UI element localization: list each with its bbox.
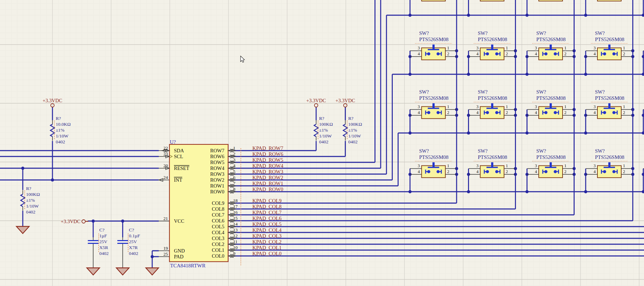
- svg-text:SCL: SCL: [174, 154, 183, 159]
- svg-text:GND: GND: [174, 248, 185, 254]
- svg-text:KPAD_ROW3: KPAD_ROW3: [252, 169, 283, 174]
- svg-text:KPAD_COL7: KPAD_COL7: [252, 210, 282, 215]
- svg-text:KPAD_ROW2: KPAD_ROW2: [252, 175, 283, 180]
- svg-text:22: 22: [164, 145, 168, 151]
- svg-text:17: 17: [233, 204, 238, 209]
- svg-text:15: 15: [233, 216, 238, 221]
- svg-text:VCC: VCC: [174, 218, 184, 224]
- svg-text:12: 12: [233, 233, 238, 238]
- svg-text:ROW0: ROW0: [210, 189, 224, 194]
- svg-text:TCA8418RTWR: TCA8418RTWR: [170, 263, 205, 268]
- svg-text:COL7: COL7: [212, 212, 224, 218]
- svg-text:0402: 0402: [129, 251, 138, 256]
- svg-text:16: 16: [233, 210, 238, 215]
- svg-text:24: 24: [164, 175, 168, 180]
- svg-text:KPAD_ROW6: KPAD_ROW6: [252, 151, 283, 157]
- svg-text:100KΩ: 100KΩ: [348, 122, 362, 127]
- svg-text:1: 1: [233, 145, 236, 151]
- svg-text:100KΩ: 100KΩ: [319, 122, 333, 127]
- svg-text:7: 7: [233, 181, 236, 186]
- svg-text:0402: 0402: [99, 251, 109, 256]
- svg-text:100KΩ: 100KΩ: [26, 192, 40, 197]
- svg-text:21: 21: [164, 216, 168, 221]
- svg-text:25: 25: [164, 251, 168, 257]
- svg-text:ROW2: ROW2: [210, 177, 224, 183]
- svg-text:X7R: X7R: [129, 245, 138, 250]
- svg-text:COL4: COL4: [212, 230, 225, 235]
- svg-text:KPAD_COL1: KPAD_COL1: [252, 245, 281, 250]
- svg-text:R?: R?: [56, 116, 61, 121]
- svg-text:+3.3VDC: +3.3VDC: [43, 98, 62, 103]
- svg-text:0402: 0402: [319, 139, 329, 144]
- svg-text:U?: U?: [170, 139, 176, 145]
- svg-text:±1%: ±1%: [56, 127, 64, 133]
- svg-text:ROW3: ROW3: [210, 171, 224, 177]
- svg-text:+3.3VDC: +3.3VDC: [306, 98, 326, 103]
- svg-text:1µF: 1µF: [99, 233, 107, 238]
- svg-text:ROW7: ROW7: [210, 148, 224, 153]
- svg-text:10.0KΩ: 10.0KΩ: [56, 122, 70, 127]
- svg-text:R?: R?: [348, 116, 353, 121]
- svg-text:INT: INT: [174, 177, 182, 183]
- svg-text:KPAD_COL9: KPAD_COL9: [252, 198, 281, 203]
- svg-text:1/10W: 1/10W: [348, 133, 361, 139]
- svg-text:KPAD_ROW4: KPAD_ROW4: [252, 163, 283, 169]
- svg-text:C?: C?: [129, 227, 134, 232]
- svg-text:ROW4: ROW4: [210, 165, 225, 171]
- svg-text:25V: 25V: [99, 239, 108, 244]
- svg-text:KPAD_COL4: KPAD_COL4: [252, 227, 282, 233]
- svg-text:COL0: COL0: [212, 253, 224, 259]
- svg-text:+3.3VDC: +3.3VDC: [61, 219, 80, 224]
- svg-text:COL9: COL9: [212, 200, 224, 206]
- svg-text:+3.3VDC: +3.3VDC: [335, 98, 355, 103]
- svg-text:KPAD_COL8: KPAD_COL8: [252, 204, 281, 209]
- svg-text:R?: R?: [26, 186, 31, 191]
- svg-text:1/10W: 1/10W: [319, 133, 332, 139]
- svg-text:14: 14: [233, 221, 238, 227]
- svg-text:KPAD_ROW7: KPAD_ROW7: [252, 145, 283, 151]
- svg-text:11: 11: [233, 239, 238, 244]
- svg-text:25V: 25V: [129, 239, 137, 244]
- svg-text:18: 18: [233, 198, 238, 203]
- svg-text:0402: 0402: [26, 209, 36, 214]
- svg-text:±1%: ±1%: [26, 198, 35, 203]
- svg-text:0402: 0402: [56, 139, 65, 144]
- svg-text:±1%: ±1%: [319, 127, 328, 133]
- svg-text:±1%: ±1%: [348, 127, 357, 133]
- svg-text:X5R: X5R: [99, 245, 108, 250]
- svg-text:KPAD_COL6: KPAD_COL6: [252, 216, 282, 221]
- svg-text:ROW6: ROW6: [210, 154, 224, 159]
- svg-text:R?: R?: [319, 116, 324, 121]
- svg-text:0402: 0402: [348, 139, 358, 144]
- svg-text:KPAD_COL0: KPAD_COL0: [252, 251, 281, 256]
- svg-text:COL3: COL3: [212, 236, 224, 241]
- svg-text:9: 9: [233, 251, 236, 256]
- svg-text:3: 3: [233, 157, 236, 162]
- svg-text:SDA: SDA: [174, 148, 184, 153]
- svg-text:COL2: COL2: [212, 241, 224, 247]
- svg-text:6: 6: [233, 175, 236, 180]
- svg-text:KPAD_ROW1: KPAD_ROW1: [252, 181, 283, 186]
- svg-text:1/10W: 1/10W: [26, 203, 39, 209]
- svg-text:5: 5: [233, 169, 236, 174]
- svg-text:ROW5: ROW5: [210, 160, 224, 165]
- svg-text:C?: C?: [99, 227, 105, 232]
- svg-text:KPAD_COL5: KPAD_COL5: [252, 221, 281, 227]
- svg-text:ROW1: ROW1: [210, 183, 224, 189]
- svg-text:PAD: PAD: [174, 254, 184, 259]
- svg-text:COL5: COL5: [212, 224, 224, 229]
- svg-text:KPAD_ROW0: KPAD_ROW0: [252, 187, 283, 192]
- svg-text:COL1: COL1: [212, 247, 224, 253]
- svg-text:RESET: RESET: [174, 165, 189, 171]
- svg-text:1/10W: 1/10W: [56, 133, 68, 139]
- svg-text:KPAD_ROW5: KPAD_ROW5: [252, 157, 283, 163]
- svg-text:23: 23: [164, 151, 168, 156]
- svg-text:KPAD_COL3: KPAD_COL3: [252, 233, 281, 239]
- svg-text:KPAD_COL2: KPAD_COL2: [252, 239, 281, 245]
- svg-text:COL8: COL8: [212, 206, 224, 212]
- svg-text:2: 2: [233, 151, 236, 156]
- svg-text:4: 4: [233, 163, 236, 168]
- svg-text:13: 13: [233, 227, 238, 232]
- svg-text:19: 19: [164, 246, 168, 251]
- svg-text:10: 10: [233, 245, 238, 250]
